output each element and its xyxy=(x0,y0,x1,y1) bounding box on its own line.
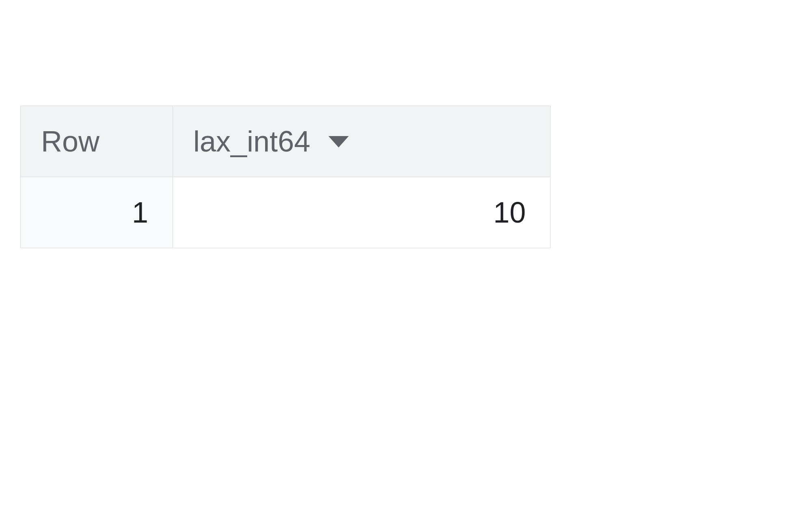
results-table-container: Row lax_int64 xyxy=(20,106,550,248)
cell-lax-int64: 10 xyxy=(173,177,551,248)
column-header-label: lax_int64 xyxy=(193,125,310,158)
results-table: Row lax_int64 xyxy=(20,106,551,248)
svg-marker-2 xyxy=(328,136,349,147)
table-row[interactable]: 1 10 xyxy=(21,177,551,248)
sort-descending-icon[interactable] xyxy=(326,129,351,154)
column-header-label: Row xyxy=(41,125,99,158)
cell-row-number: 1 xyxy=(21,177,173,248)
table-header-row: Row lax_int64 xyxy=(21,106,551,177)
column-header-lax-int64[interactable]: lax_int64 xyxy=(173,106,551,177)
column-header-row-number[interactable]: Row xyxy=(21,106,173,177)
column-resize-handle-icon[interactable] xyxy=(530,162,548,174)
column-resize-handle-icon[interactable] xyxy=(152,162,170,174)
